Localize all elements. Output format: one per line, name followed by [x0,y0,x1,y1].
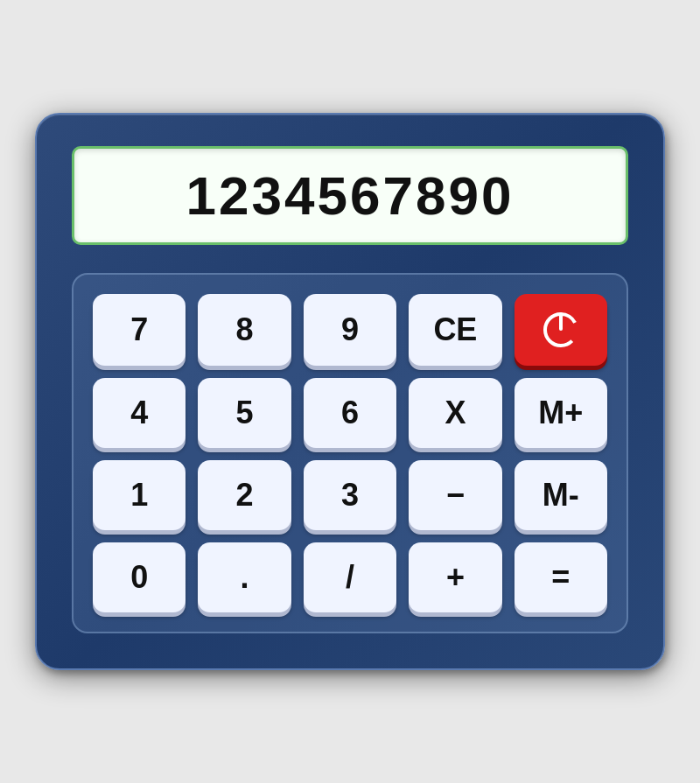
key-m-[interactable]: M- [514,460,607,530]
key-2[interactable]: 2 [198,460,290,530]
key-label: 0 [130,559,148,596]
key-label: CE [433,311,477,348]
keypad-container: 789CE 456XM+123−M-0./+= [72,273,628,633]
key-x[interactable]: X [409,378,501,448]
key-.[interactable]: . [198,542,290,612]
key-label: + [446,559,465,596]
key-label: 5 [236,395,254,431]
key-equals[interactable]: = [514,542,607,612]
key--plus[interactable]: + [409,542,501,612]
key-label: X [444,395,466,431]
key-label: − [446,477,465,514]
key-6[interactable]: 6 [304,378,396,448]
key-label: M+ [538,395,583,431]
key-label: 7 [130,311,148,348]
key-8[interactable]: 8 [198,294,290,366]
key-9[interactable]: 9 [304,294,396,366]
key-label: 8 [236,311,254,348]
key-label: / [346,559,354,596]
key-label: 3 [341,477,359,514]
key-label: 2 [236,477,254,514]
power-button[interactable] [514,294,607,366]
power-icon [541,310,581,350]
key-ce[interactable]: CE [409,294,501,366]
keypad-grid: 789CE 456XM+123−M-0./+= [93,294,607,612]
key-0[interactable]: 0 [93,542,186,612]
key-label: . [241,559,249,596]
key-/[interactable]: / [304,542,396,612]
key-1[interactable]: 1 [93,460,186,530]
key-m-plus[interactable]: M+ [514,378,607,448]
key-5[interactable]: 5 [198,378,290,448]
display-value: 1234567890 [95,164,605,227]
display-container: 1234567890 [72,146,628,245]
key-3[interactable]: 3 [304,460,396,530]
key-label: 9 [341,311,359,348]
key-label: 6 [341,395,359,431]
key--minus[interactable]: − [409,460,501,530]
calculator: 1234567890 789CE 456XM+123−M-0./+= [35,113,665,670]
key-label: 4 [130,395,148,431]
key-label: = [551,559,570,596]
key-label: M- [542,477,579,514]
key-4[interactable]: 4 [93,378,186,448]
key-7[interactable]: 7 [93,294,186,366]
key-label: 1 [130,477,148,514]
